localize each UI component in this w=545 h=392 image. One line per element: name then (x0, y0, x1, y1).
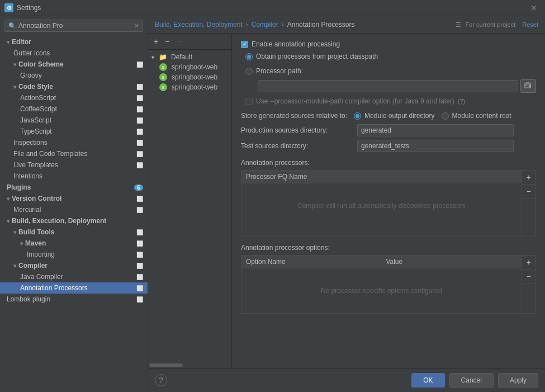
tree-expand-arrow: ▾ (151, 54, 154, 60)
sidebar-item-mercurial[interactable]: Mercurial ⬜ (0, 204, 148, 215)
config-icon: ⬜ (136, 84, 143, 90)
search-clear-icon[interactable]: ✕ (134, 22, 139, 30)
sidebar-item-file-code-templates[interactable]: File and Code Templates ⬜ (0, 148, 148, 159)
main-layout: 🔍 ✕ ▾ Editor Gutter Icons ▾ Color Scheme… (0, 16, 545, 392)
search-box: 🔍 ✕ (4, 20, 143, 32)
tree-navigate-button[interactable]: → (174, 36, 186, 47)
use-processor-module-checkbox[interactable] (245, 98, 253, 105)
browse-button[interactable] (520, 79, 536, 93)
app-icon: ⚙ (4, 3, 13, 12)
options-add-button[interactable]: + (522, 256, 535, 270)
lombok-icon: ⬜ (136, 296, 143, 303)
obtain-processors-radio-btn[interactable] (245, 53, 253, 60)
search-icon: 🔍 (8, 22, 16, 30)
options-remove-button[interactable]: − (522, 270, 535, 284)
processor-path-radio-btn[interactable] (245, 68, 253, 75)
ok-button[interactable]: OK (411, 373, 444, 388)
sidebar-item-color-scheme[interactable]: ▾ Color Scheme ⬜ (0, 59, 148, 70)
sidebar-item-live-templates[interactable]: Live Templates ⬜ (0, 159, 148, 171)
options-header-row: Option Name Value (241, 256, 522, 268)
annotation-processors-label: Annotation processors: (241, 159, 536, 167)
tree-item-default-label: Default (171, 53, 192, 61)
tree-item-sb1[interactable]: S springboot-web (148, 62, 231, 72)
sidebar-item-coffeescript[interactable]: CoffeeScript ⬜ (0, 103, 148, 115)
options-empty-msg: No processor-specific options configured (321, 287, 442, 295)
processors-add-button[interactable]: + (522, 171, 535, 185)
options-table-body: No processor-specific options configured (241, 268, 522, 313)
template-icon: ⬜ (136, 151, 143, 157)
search-input[interactable] (18, 22, 132, 30)
reset-link[interactable]: Reset (522, 21, 538, 28)
apply-button[interactable]: Apply (498, 373, 538, 388)
sidebar-item-gutter-icons[interactable]: Gutter Icons (0, 48, 148, 59)
module-output-radio-btn[interactable] (354, 112, 361, 120)
sidebar-content: ▾ Editor Gutter Icons ▾ Color Scheme ⬜ G… (0, 35, 148, 392)
tree-item-sb2-label: springboot-web (172, 73, 217, 81)
sidebar-item-editor[interactable]: ▾ Editor (0, 36, 148, 48)
cancel-button[interactable]: Cancel (449, 373, 494, 388)
tree-item-sb2[interactable]: S springboot-web (148, 72, 231, 82)
sidebar-item-lombok[interactable]: Lombok plugin ⬜ (0, 294, 148, 305)
breadcrumb-build[interactable]: Build, Execution, Deployment (155, 21, 243, 29)
store-generated-label: Store generated sources relative to: (241, 112, 347, 120)
breadcrumb-sep1: › (246, 21, 248, 29)
processors-header-row: Processor FQ Name (241, 171, 522, 183)
sidebar-item-typescript[interactable]: TypeScript ⬜ (0, 126, 148, 137)
help-button[interactable]: ? (155, 374, 167, 386)
tree-remove-button[interactable]: − (163, 36, 172, 47)
processors-remove-button[interactable]: − (522, 185, 535, 199)
production-sources-input[interactable] (357, 124, 514, 136)
maven-icon: ⬜ (136, 240, 143, 247)
sidebar-item-maven[interactable]: ▾ Maven ⬜ (0, 238, 148, 249)
processor-path-input[interactable] (258, 80, 518, 92)
test-sources-input[interactable] (357, 140, 514, 152)
vc-icon: ⬜ (136, 196, 143, 202)
sidebar-item-build-execution[interactable]: ▾ Build, Execution, Deployment (0, 215, 148, 226)
close-button[interactable]: ✕ (527, 2, 541, 13)
obtain-processors-radio[interactable]: Obtain processors from project classpath (245, 53, 378, 60)
annotation-options-table: Option Name Value No processor-specific … (241, 255, 536, 314)
tree-item-sb3[interactable]: S springboot-web (148, 82, 231, 92)
sidebar-item-intentions[interactable]: Intentions (0, 171, 148, 182)
content-split: + − → ▾ 📁 Default S springboot-web (148, 34, 545, 368)
sidebar-item-version-control[interactable]: ▾ Version Control ⬜ (0, 193, 148, 204)
obtain-processors-row: Obtain processors from project classpath (245, 53, 536, 60)
sidebar-item-build-tools[interactable]: ▾ Build Tools ⬜ (0, 226, 148, 238)
processor-path-radio[interactable]: Processor path: (245, 67, 303, 75)
tree-horizontal-scrollbar[interactable] (148, 362, 231, 368)
sidebar-item-compiler[interactable]: ▾ Compiler ⬜ (0, 260, 148, 271)
processor-path-label: Processor path: (256, 67, 303, 75)
enable-ap-checkbox-wrapper[interactable]: Enable annotation processing (241, 40, 340, 48)
enable-ap-checkbox[interactable] (241, 41, 248, 48)
sidebar-item-actionscript[interactable]: ActionScript ⬜ (0, 92, 148, 103)
module-output-radio[interactable]: Module output directory (354, 112, 434, 120)
ap-icon: ⬜ (136, 285, 143, 291)
for-project-text: ☰ For current project (456, 21, 515, 29)
copy3-icon: ⬜ (136, 106, 143, 112)
sidebar-item-groovy[interactable]: Groovy (0, 70, 148, 81)
plugins-badge: 6 (134, 185, 143, 191)
breadcrumb-current: Annotation Processors (287, 21, 355, 29)
module-content-radio-btn[interactable] (442, 112, 449, 120)
sidebar-item-plugins[interactable]: Plugins 6 (0, 182, 148, 193)
project-icon: ☰ (456, 21, 461, 28)
module-output-label: Module output directory (364, 112, 434, 120)
use-processor-module-wrapper[interactable]: Use --processor-module-path compiler opt… (245, 97, 465, 105)
enable-ap-label: Enable annotation processing (252, 40, 340, 48)
sidebar-item-javascript[interactable]: JavaScript ⬜ (0, 115, 148, 126)
breadcrumb-compiler[interactable]: Compiler (252, 21, 278, 29)
sidebar-item-inspections[interactable]: Inspections ⬜ (0, 137, 148, 148)
sidebar-item-annotation-processors[interactable]: Annotation Processors ⬜ (0, 282, 148, 294)
help-icon[interactable]: (?) (458, 98, 465, 105)
production-sources-row: Production sources directory: (241, 124, 536, 136)
module-content-radio[interactable]: Module content root (442, 112, 511, 120)
sidebar-item-java-compiler[interactable]: Java Compiler ⬜ (0, 271, 148, 282)
tree-add-button[interactable]: + (151, 36, 160, 47)
compiler-icon: ⬜ (136, 263, 143, 269)
sidebar-item-importing[interactable]: Importing ⬜ (0, 249, 148, 260)
store-generated-row: Store generated sources relative to: Mod… (241, 112, 536, 120)
live-icon: ⬜ (136, 162, 143, 168)
sidebar-item-code-style[interactable]: ▾ Code Style ⬜ (0, 81, 148, 92)
tree-item-default[interactable]: ▾ 📁 Default (148, 52, 231, 62)
option-value-header: Value (381, 256, 521, 268)
